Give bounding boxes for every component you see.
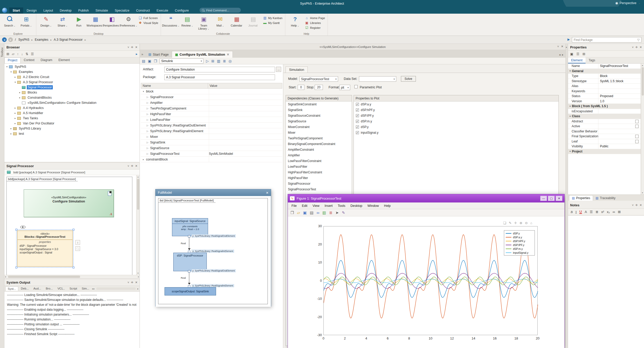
hamburger-menu-icon[interactable]: ☰ (31, 52, 34, 56)
tree-item[interactable]: ▸ SysPhS Library (4, 126, 140, 131)
link-icon[interactable]: ∞ (316, 210, 319, 215)
menu-item[interactable]: Desktop (348, 204, 365, 208)
output-tab[interactable]: Script (67, 286, 79, 291)
my-kanban-button[interactable]: ▥ My Kanban (263, 16, 282, 20)
browser-tab[interactable]: Element (55, 57, 73, 63)
dependency-item[interactable]: SignalSinkConstraint (286, 101, 352, 107)
tab-nav-right-icon[interactable]: ▸ (562, 53, 563, 56)
row-expander-icon[interactable]: ▷ (146, 107, 149, 110)
chevron-down-icon[interactable]: ˅ (127, 46, 129, 49)
configure-simulation-artifact[interactable]: «SysMLSimConfiguration» Configure Simula… (24, 189, 114, 217)
checkbox-icon[interactable] (356, 131, 359, 134)
close-icon[interactable]: ✕ (640, 203, 642, 207)
colorbar-icon[interactable]: ▥ (322, 210, 326, 215)
team-library-button[interactable]: ▣ Team Library⌄ (195, 14, 212, 30)
settings-ring-icon[interactable]: ◎ (229, 59, 232, 63)
run-icon[interactable]: ▷ (206, 59, 209, 63)
name-column-header[interactable]: Name (141, 83, 208, 88)
zoom-out-icon[interactable]: ⊖ (525, 221, 528, 225)
plot-property-item[interactable]: dSP.y (354, 124, 559, 130)
property-row[interactable]: Name SignalProcessorTest (568, 64, 641, 69)
config-grid-row[interactable]: ▷ SignalProcessor (141, 94, 282, 100)
property-row[interactable]: Active (568, 124, 641, 129)
pin-icon[interactable]: ✛ (636, 203, 638, 207)
property-row[interactable]: Classifier Behavior (568, 129, 641, 134)
tree-expander-icon[interactable]: ▸ (10, 132, 13, 135)
property-row[interactable]: Stereotype SysML 1.5::block (568, 79, 641, 84)
minimize-icon[interactable]: — (540, 196, 547, 201)
font-color-button[interactable]: A (585, 210, 587, 214)
ribbon-tab[interactable]: Publish (75, 7, 92, 14)
menu-item[interactable]: View (310, 204, 322, 208)
close-tab-icon[interactable]: ✕ (227, 53, 229, 56)
config-grid-row[interactable]: ▷ Mixer (141, 134, 282, 140)
properties-tab[interactable]: Tags (586, 57, 598, 63)
ribbon-tab[interactable]: Design (23, 7, 40, 14)
port-icon[interactable] (188, 270, 190, 273)
tree-item[interactable]: ▾ A.3 Signal Processor (4, 80, 140, 85)
ribbon-tab[interactable]: Develop (56, 7, 75, 14)
print-icon[interactable]: ▤ (310, 210, 313, 215)
underline-button[interactable]: U (579, 210, 582, 214)
review-button[interactable]: ▤ Review⌄ (179, 14, 195, 30)
subscript-button[interactable]: x₂ (607, 210, 610, 214)
perspectives-button[interactable]: ◧ Perspectives⌄ (104, 14, 120, 27)
plot-property-item[interactable]: inputSignal.y (354, 130, 559, 135)
calendar-button[interactable]: ▦ Calendar (228, 14, 245, 30)
output-tab[interactable]: Syst... (5, 286, 18, 291)
plot-property-item[interactable]: dSP.a.y (354, 101, 559, 107)
tree-item[interactable]: ▸ test (4, 131, 140, 136)
tree-icon[interactable]: ≣ (223, 59, 226, 63)
dependency-item[interactable]: BinarySignalComponentConstraint (286, 141, 352, 147)
row-expander-icon[interactable]: ▷ (146, 147, 149, 149)
browser-expand-icon[interactable]: ▸ (136, 52, 138, 56)
tree-expander-icon[interactable]: ▸ (14, 122, 17, 125)
diagram-hscrollbar[interactable]: ◂▸ (4, 275, 140, 278)
export-icon[interactable]: ❏ (503, 221, 506, 225)
browser-tab[interactable]: Context (21, 57, 37, 63)
tree-item[interactable]: ▸ Two Tanks (4, 116, 140, 121)
pin-icon[interactable]: ✛ (131, 281, 133, 284)
bold-button[interactable]: B (571, 210, 573, 214)
pin-icon[interactable]: ✛ (636, 46, 638, 49)
format-select[interactable]: plt▾ (339, 85, 350, 90)
design-button[interactable]: ✎ Design⌄ (38, 14, 54, 27)
ribbon-tab[interactable]: Simulate (92, 7, 111, 14)
browser-tab[interactable]: Project (4, 57, 21, 63)
chevron-down-icon[interactable]: ˅ (632, 203, 633, 207)
dependency-item[interactable]: SignalSource (286, 118, 352, 124)
browser-tab[interactable]: Diagram (38, 57, 55, 63)
tab-nav-left-icon[interactable]: ◂ (559, 53, 561, 56)
full-screen-button[interactable]: ❑ Full Screen (138, 16, 158, 20)
visual-style-button[interactable]: ❖ Visual Style (138, 21, 158, 25)
row-expander-icon[interactable]: ▷ (146, 124, 149, 127)
parametric-plot-checkbox[interactable] (354, 85, 358, 88)
close-icon[interactable]: ✕ (556, 196, 562, 201)
pointer-icon[interactable]: ➤ (336, 210, 339, 215)
ribbon-tab[interactable]: Execute (153, 7, 171, 14)
generator-select[interactable]: Simulink▾ (160, 58, 203, 64)
scope-part[interactable]: scopeSignalOutput: SignalSink (165, 287, 216, 295)
tree-expander-icon[interactable]: ▸ (18, 96, 21, 99)
config-grid-row[interactable]: ▷ TwoPinSignalComponent (141, 106, 282, 111)
ribbon-tab[interactable]: Layout (40, 7, 56, 14)
tree-item[interactable]: ▸ A.5 Humidifier (4, 111, 140, 116)
breadcrumb-item[interactable]: Examples (34, 38, 52, 41)
brush-icon[interactable]: ✎ (342, 210, 345, 215)
zoom-glass-icon[interactable] (75, 246, 80, 251)
zoom-in-icon[interactable]: ⊕ (519, 221, 522, 225)
pin-icon[interactable]: ✛ (131, 46, 133, 49)
plot-legend[interactable]: dSP.y dSP.a.y dSP.hPF.y dSP.lPF.y dSP.m.… (504, 230, 535, 256)
dependency-item[interactable]: SignalProcessor (286, 181, 352, 186)
checkbox-icon[interactable] (356, 114, 359, 117)
move-up-icon[interactable]: ↑ (17, 52, 19, 56)
property-row[interactable]: Leaf (568, 139, 641, 144)
tree-expander-icon[interactable]: ▾ (10, 71, 13, 73)
output-tab[interactable]: VCL.. (55, 286, 67, 291)
workspaces-button[interactable]: ▦ Workspaces⌄ (87, 14, 104, 27)
app-logo-icon[interactable] (2, 8, 7, 13)
dependency-item[interactable]: HighPassFilter (286, 175, 352, 181)
table-icon[interactable]: ⊞ (211, 59, 214, 63)
save-icon[interactable]: ▣ (148, 59, 151, 63)
close-icon[interactable]: ✕ (135, 281, 138, 284)
